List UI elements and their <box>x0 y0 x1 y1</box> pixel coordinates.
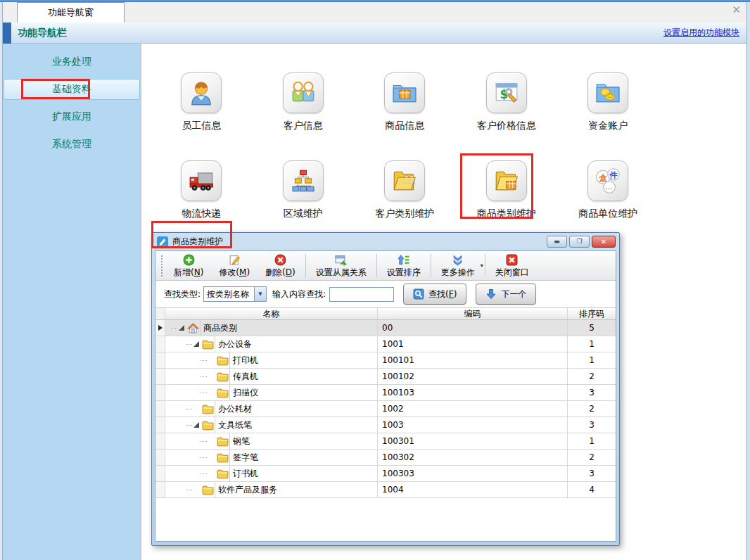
app-label: 商品信息 <box>385 120 424 132</box>
cell-code: 00 <box>378 320 568 336</box>
next-button[interactable]: 下一个 <box>476 284 536 305</box>
tab-strip: 功能导航窗 ✕ <box>3 2 746 23</box>
app-product-category[interactable]: 商品类别维护 <box>456 160 558 220</box>
customer-price-icon: $ <box>493 79 520 106</box>
logistics-express-icon <box>188 167 215 194</box>
column-header-sortcode[interactable]: 排序码 <box>568 308 616 319</box>
column-header-name[interactable]: 名称 <box>165 308 378 319</box>
app-product-unit[interactable]: 盒件…商品单位维护 <box>557 160 659 220</box>
cell-code: 1003 <box>378 417 568 433</box>
tree-line <box>201 376 207 377</box>
app-employee-info[interactable]: 员工信息 <box>151 72 253 132</box>
app-customer-category[interactable]: 客户类别维护 <box>354 160 456 220</box>
close-icon[interactable]: ✕ <box>732 5 741 15</box>
search-icon <box>413 288 424 300</box>
table-row[interactable]: 商品类别005 <box>155 320 616 336</box>
sidebar-item-extension[interactable]: 扩展应用 <box>4 106 140 127</box>
tree-line <box>201 457 207 458</box>
table-row[interactable]: 扫描仪1001033 <box>155 385 616 401</box>
app-funds-account[interactable]: 资金账户 <box>557 72 659 132</box>
find-button-label: 查找(F) <box>428 288 457 300</box>
minimize-button[interactable]: ▬ <box>547 236 567 248</box>
app-label: 客户信息 <box>284 120 323 132</box>
column-header-code[interactable]: 编码 <box>378 308 568 319</box>
delete-button[interactable]: 删除(D) <box>258 251 303 280</box>
table-row[interactable]: 打印机1001011 <box>155 352 616 369</box>
sidebar-item-system[interactable]: 系统管理 <box>4 134 140 155</box>
app-tile <box>384 72 425 113</box>
close-window-button[interactable]: 关闭窗口 <box>488 251 537 280</box>
folder-icon <box>202 404 214 414</box>
category-name: 打印机 <box>229 352 377 368</box>
delete-icon <box>274 254 286 266</box>
cell-name: 订书机 <box>165 466 378 481</box>
table-row[interactable]: 钢笔1003011 <box>155 433 616 450</box>
more-actions-button[interactable]: 更多操作▾ <box>433 251 483 280</box>
app-product-info[interactable]: 商品信息 <box>354 72 456 132</box>
set-sort-button[interactable]: 设置排序 <box>379 251 428 280</box>
app-customer-info[interactable]: 客户信息 <box>253 72 355 132</box>
table-row[interactable]: 签字笔1003022 <box>155 450 616 466</box>
tree-expander-icon[interactable] <box>193 341 199 347</box>
more-actions-label: 更多操作 <box>441 267 475 279</box>
sidebar-item-basedata[interactable]: 基础资料 <box>4 79 140 100</box>
cell-name: 办公设备 <box>165 336 378 352</box>
icon-grid-row-1: 员工信息客户信息商品信息$客户价格信息资金账户 <box>151 72 659 132</box>
table-row[interactable]: 传真机1001022 <box>155 369 616 385</box>
employee-info-icon <box>188 79 215 106</box>
page-title: 功能导航栏 <box>18 27 67 39</box>
sidebar-item-business[interactable]: 业务处理 <box>4 51 140 72</box>
table-row[interactable]: 办公设备10011 <box>155 336 616 352</box>
cell-code: 100302 <box>378 450 568 465</box>
set-relation-button[interactable]: 设置从属关系 <box>308 251 374 280</box>
table-row[interactable]: 软件产品及服务10044 <box>155 482 616 498</box>
tree-expander-icon[interactable] <box>179 325 184 331</box>
category-name: 文具纸笔 <box>215 417 377 433</box>
cell-sortcode: 2 <box>568 450 616 465</box>
maximize-button[interactable]: ❐ <box>569 236 590 248</box>
row-gutter <box>155 466 165 481</box>
configure-modules-link[interactable]: 设置启用的功能模块 <box>663 27 739 39</box>
edit-icon <box>229 254 241 266</box>
icon-grid-row-2: 物流快递区域维护客户类别维护商品类别维护盒件…商品单位维护 <box>151 160 659 220</box>
next-button-label: 下一个 <box>501 288 526 300</box>
product-unit-icon: 盒件… <box>595 167 621 194</box>
dropdown-caret-icon[interactable]: ▾ <box>481 262 483 269</box>
row-gutter <box>155 482 165 497</box>
tab-label: 功能导航窗 <box>48 6 94 19</box>
tree-line <box>186 344 192 345</box>
category-name: 软件产品及服务 <box>215 482 377 497</box>
table-row[interactable]: 文具纸笔10033 <box>155 417 616 433</box>
tree-expander-icon[interactable] <box>193 422 199 428</box>
edit-button[interactable]: 修改(M) <box>211 251 258 280</box>
chevron-down-icon[interactable]: ▼ <box>254 287 266 301</box>
table-row[interactable]: 订书机1003033 <box>155 466 616 482</box>
row-gutter <box>155 369 165 384</box>
app-label: 客户类别维护 <box>375 208 434 220</box>
set-sort-label: 设置排序 <box>387 267 421 279</box>
tree-line <box>186 425 192 426</box>
cell-name: 打印机 <box>165 352 378 368</box>
close-window-label: 关闭窗口 <box>495 267 529 279</box>
app-label: 资金账户 <box>588 120 628 132</box>
find-button[interactable]: 查找(F) <box>403 284 466 305</box>
search-type-select[interactable]: 按类别名称 ▼ <box>203 286 267 302</box>
app-customer-price[interactable]: $客户价格信息 <box>456 72 558 132</box>
tab-function-navigation[interactable]: 功能导航窗 <box>17 2 125 23</box>
home-icon <box>187 323 199 333</box>
app-logistics-express[interactable]: 物流快递 <box>151 160 253 220</box>
folder-icon <box>217 371 229 382</box>
cell-name: 传真机 <box>165 369 378 384</box>
header-bar: 功能导航栏 设置启用的功能模块 <box>3 23 746 44</box>
cell-code: 100303 <box>378 466 568 481</box>
close-button[interactable]: ✕ <box>592 236 616 248</box>
search-input[interactable] <box>329 287 394 302</box>
dialog-body: 新增(N)修改(M)删除(D)设置从属关系设置排序更多操作▾关闭窗口 查找类型:… <box>155 250 616 542</box>
table-row[interactable]: 办公耗材10022 <box>155 401 616 417</box>
window-right-border <box>746 2 750 560</box>
dialog-titlebar[interactable]: 商品类别维护 ▬❐✕ <box>152 233 619 250</box>
app-region-maint[interactable]: 区域维护 <box>253 160 355 220</box>
cell-name: 文具纸笔 <box>165 417 378 433</box>
cell-name: 办公耗材 <box>165 401 378 416</box>
add-button[interactable]: 新增(N) <box>166 251 211 280</box>
